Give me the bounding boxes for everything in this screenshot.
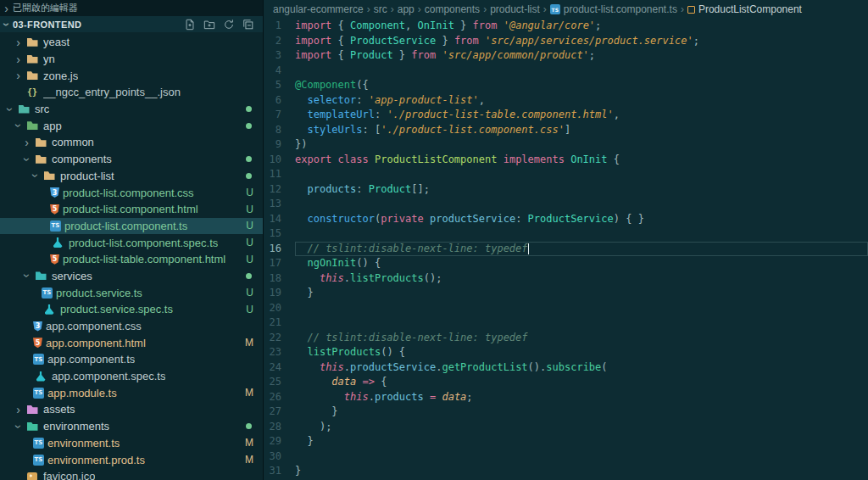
breadcrumb-item-angular-ecommerce[interactable]: angular-ecommerce	[273, 3, 364, 15]
line-content: })	[295, 137, 868, 153]
code-line-26[interactable]: 26 this.products = data;	[264, 390, 868, 405]
chevron-right-icon[interactable]: ›	[20, 137, 33, 148]
breadcrumb-item-product-list-component-ts[interactable]: TSproduct-list.component.ts	[550, 3, 677, 15]
line-content: styleUrls: ['./product-list.component.cs…	[295, 123, 868, 138]
folder-section-header[interactable]: › 03-FRONTEND	[0, 16, 263, 32]
breadcrumb-item-app[interactable]: app	[398, 3, 415, 15]
breadcrumb-item-components[interactable]: components	[425, 3, 480, 15]
code-line-9[interactable]: 9})	[264, 137, 868, 153]
chevron-right-icon[interactable]: ›	[12, 53, 25, 65]
tree-item-favicon-ico[interactable]: favicon.ico	[0, 468, 263, 480]
code-line-2[interactable]: 2import { ProductService } from 'src/app…	[264, 34, 868, 49]
code-line-14[interactable]: 14 constructor(private productService: P…	[264, 212, 868, 227]
tree-item-product-service-spec-ts[interactable]: product.service.spec.tsU	[0, 301, 263, 318]
code-line-23[interactable]: 23 listProducts() {	[264, 345, 868, 360]
tree-item-product-list-component-css[interactable]: 3product-list.component.cssU	[0, 184, 263, 201]
chevron-right-icon[interactable]: ›	[12, 36, 25, 48]
code-line-8[interactable]: 8 styleUrls: ['./product-list.component.…	[264, 123, 868, 138]
code-line-31[interactable]: 31}	[264, 464, 868, 479]
code-line-15[interactable]: 15	[264, 226, 868, 242]
tree-item-environments[interactable]: ›environments	[0, 418, 263, 435]
tree-item-yn[interactable]: ›yn	[0, 51, 263, 68]
chevron-down-icon[interactable]: ›	[21, 153, 33, 165]
json-icon: {}	[25, 86, 40, 99]
breadcrumb-item-productlistcomponent[interactable]: ProductListComponent	[687, 3, 802, 15]
tree-item-app-component-css[interactable]: 3app.component.css	[0, 318, 263, 335]
chevron-down-icon[interactable]: ›	[4, 103, 16, 115]
collapse-all-icon[interactable]	[242, 18, 255, 31]
tree-item-app[interactable]: ›app	[0, 117, 263, 134]
code-line-18[interactable]: 18 this.listProducts();	[264, 271, 868, 287]
code-line-5[interactable]: 5@Component({	[264, 78, 868, 93]
code-line-24[interactable]: 24 this.productService.getProductList().…	[264, 360, 868, 376]
code-line-27[interactable]: 27 }	[264, 405, 868, 420]
chevron-down-icon[interactable]: ›	[13, 120, 25, 132]
code-line-4[interactable]: 4	[264, 64, 868, 79]
tree-item-product-list-component-ts[interactable]: TSproduct-list.component.tsU	[0, 218, 263, 235]
line-content: templateUrl: './product-list-table.compo…	[295, 108, 868, 123]
code-line-29[interactable]: 29 }	[264, 434, 868, 449]
code-lines[interactable]: 1import { Component, OnInit } from '@ang…	[264, 19, 868, 480]
tree-item-components[interactable]: ›components	[0, 151, 263, 168]
tree-item-assets[interactable]: ›assets	[0, 401, 263, 418]
code-line-28[interactable]: 28 );	[264, 420, 868, 435]
chevron-down-icon[interactable]: ›	[21, 270, 33, 282]
chevron-right-icon[interactable]: ›	[12, 70, 25, 81]
new-file-icon[interactable]	[183, 18, 197, 31]
tree-item-label: common	[52, 136, 94, 148]
code-line-21[interactable]: 21	[264, 315, 868, 331]
line-content: }	[295, 434, 868, 449]
tree-item-zone-js[interactable]: ›zone.js	[0, 67, 263, 84]
code-line-22[interactable]: 22 // tslint:disable-next-line: typedef	[264, 331, 868, 346]
code-line-6[interactable]: 6 selector: 'app-product-list',	[264, 93, 868, 109]
tree-item-yeast[interactable]: ›yeast	[0, 34, 263, 51]
tree-item-common[interactable]: ›common	[0, 134, 263, 151]
code-line-19[interactable]: 19 }	[264, 286, 868, 301]
git-status-badge: M	[245, 454, 263, 466]
tree-item-app-component-spec-ts[interactable]: app.component.spec.ts	[0, 368, 263, 385]
tree-item-environment-prod-ts[interactable]: TSenvironment.prod.tsM	[0, 451, 263, 468]
code-line-13[interactable]: 13	[264, 197, 868, 212]
line-content: selector: 'app-product-list',	[295, 93, 868, 109]
code-line-11[interactable]: 11	[264, 167, 868, 182]
chevron-down-icon[interactable]: ›	[30, 170, 42, 182]
ts-icon: TS	[50, 220, 61, 232]
code-line-16[interactable]: 16 // tslint:disable-next-line: typedef	[264, 242, 868, 257]
code-line-7[interactable]: 7 templateUrl: './product-list-table.com…	[264, 108, 868, 123]
tree-item-product-service-ts[interactable]: TSproduct.service.tsU	[0, 284, 263, 301]
tree-item-src[interactable]: ›src	[0, 101, 263, 118]
breadcrumb-label: ProductListComponent	[698, 3, 802, 15]
tree-item-app-module-ts[interactable]: TSapp.module.tsM	[0, 384, 263, 401]
folder-icon	[25, 69, 40, 82]
code-line-25[interactable]: 25 data => {	[264, 375, 868, 390]
breadcrumb-item-product-list[interactable]: product-list	[490, 3, 540, 15]
tree-item-product-list-component-spec-ts[interactable]: product-list.component.spec.tsU	[0, 234, 263, 251]
open-editors-header[interactable]: › 已開啟的編輯器	[0, 0, 263, 16]
line-number: 22	[264, 331, 295, 346]
new-folder-icon[interactable]	[203, 18, 216, 31]
tree-item-services[interactable]: ›services	[0, 268, 263, 285]
code-line-1[interactable]: 1import { Component, OnInit } from '@ang…	[264, 19, 868, 34]
tree-item-product-list[interactable]: ›product-list	[0, 168, 263, 185]
code-line-12[interactable]: 12 products: Product[];	[264, 182, 868, 198]
tree-item-ngcc-entry-points-json[interactable]: {}__ngcc_entry_points__.json	[0, 84, 263, 101]
tree-item-product-list-component-html[interactable]: 5product-list.component.htmlU	[0, 201, 263, 218]
tree-item-environment-ts[interactable]: TSenvironment.tsM	[0, 435, 263, 452]
tree-item-product-list-table-component-html[interactable]: 5product-list-table.component.htmlU	[0, 251, 263, 268]
line-number: 23	[264, 345, 295, 360]
code-line-20[interactable]: 20	[264, 301, 868, 316]
tree-item-app-component-ts[interactable]: TSapp.component.ts	[0, 351, 263, 368]
chevron-down-icon[interactable]: ›	[13, 420, 25, 433]
refresh-icon[interactable]	[222, 18, 236, 31]
code-line-30[interactable]: 30	[264, 449, 868, 465]
git-status-badge: M	[245, 437, 263, 449]
code-line-10[interactable]: 10export class ProductListComponent impl…	[264, 153, 868, 168]
tree-item-app-component-html[interactable]: 5app.component.htmlM	[0, 334, 263, 351]
git-status-badge: U	[246, 237, 263, 248]
chevron-right-icon[interactable]: ›	[12, 404, 25, 416]
css-icon: 3	[33, 321, 42, 332]
code-line-17[interactable]: 17 ngOnInit() {	[264, 256, 868, 271]
code-line-3[interactable]: 3import { Product } from 'src/app/common…	[264, 48, 868, 64]
line-number: 31	[264, 464, 295, 479]
breadcrumb-item-src[interactable]: src	[374, 3, 387, 15]
